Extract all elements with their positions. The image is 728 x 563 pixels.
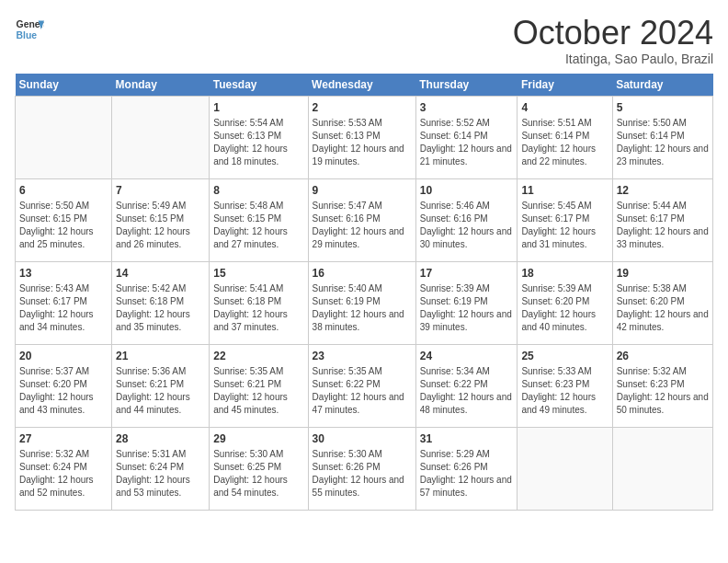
week-row-4: 20Sunrise: 5:37 AM Sunset: 6:20 PM Dayli… bbox=[16, 344, 713, 427]
day-number: 6 bbox=[19, 183, 108, 199]
day-info: Sunrise: 5:49 AM Sunset: 6:15 PM Dayligh… bbox=[116, 200, 205, 251]
header-cell-monday: Monday bbox=[112, 74, 210, 97]
day-cell bbox=[518, 427, 612, 510]
day-info: Sunrise: 5:54 AM Sunset: 6:13 PM Dayligh… bbox=[213, 117, 303, 168]
day-number: 17 bbox=[420, 266, 514, 282]
day-cell: 2Sunrise: 5:53 AM Sunset: 6:13 PM Daylig… bbox=[308, 96, 415, 178]
day-cell: 6Sunrise: 5:50 AM Sunset: 6:15 PM Daylig… bbox=[16, 178, 112, 261]
day-number: 28 bbox=[116, 431, 205, 447]
week-row-2: 6Sunrise: 5:50 AM Sunset: 6:15 PM Daylig… bbox=[16, 178, 713, 261]
day-info: Sunrise: 5:34 AM Sunset: 6:22 PM Dayligh… bbox=[420, 365, 514, 417]
day-number: 21 bbox=[116, 349, 205, 364]
title-block: October 2024 Itatinga, Sao Paulo, Brazil bbox=[513, 15, 713, 66]
day-number: 3 bbox=[420, 100, 514, 116]
day-info: Sunrise: 5:53 AM Sunset: 6:13 PM Dayligh… bbox=[313, 117, 412, 168]
day-number: 20 bbox=[19, 349, 108, 364]
calendar-body: 1Sunrise: 5:54 AM Sunset: 6:13 PM Daylig… bbox=[16, 96, 713, 510]
day-number: 15 bbox=[213, 266, 303, 282]
day-number: 9 bbox=[313, 183, 412, 199]
logo-icon: General Blue bbox=[15, 15, 44, 44]
day-cell: 22Sunrise: 5:35 AM Sunset: 6:21 PM Dayli… bbox=[210, 344, 308, 427]
day-info: Sunrise: 5:35 AM Sunset: 6:21 PM Dayligh… bbox=[213, 365, 303, 417]
day-number: 31 bbox=[420, 431, 514, 447]
page-header: General Blue October 2024 Itatinga, Sao … bbox=[15, 15, 713, 66]
day-info: Sunrise: 5:48 AM Sunset: 6:15 PM Dayligh… bbox=[213, 200, 303, 251]
day-cell: 5Sunrise: 5:50 AM Sunset: 6:14 PM Daylig… bbox=[612, 96, 712, 178]
day-info: Sunrise: 5:41 AM Sunset: 6:18 PM Dayligh… bbox=[213, 282, 303, 334]
day-cell: 19Sunrise: 5:38 AM Sunset: 6:20 PM Dayli… bbox=[612, 261, 712, 344]
day-number: 10 bbox=[420, 183, 514, 199]
day-info: Sunrise: 5:44 AM Sunset: 6:17 PM Dayligh… bbox=[617, 200, 709, 251]
day-cell: 17Sunrise: 5:39 AM Sunset: 6:19 PM Dayli… bbox=[415, 261, 518, 344]
day-cell: 24Sunrise: 5:34 AM Sunset: 6:22 PM Dayli… bbox=[415, 344, 518, 427]
day-number: 4 bbox=[521, 100, 608, 116]
day-cell: 20Sunrise: 5:37 AM Sunset: 6:20 PM Dayli… bbox=[16, 344, 112, 427]
week-row-1: 1Sunrise: 5:54 AM Sunset: 6:13 PM Daylig… bbox=[16, 96, 713, 178]
day-number: 7 bbox=[116, 183, 205, 199]
day-cell: 25Sunrise: 5:33 AM Sunset: 6:23 PM Dayli… bbox=[518, 344, 612, 427]
day-info: Sunrise: 5:50 AM Sunset: 6:15 PM Dayligh… bbox=[19, 200, 108, 251]
day-cell: 29Sunrise: 5:30 AM Sunset: 6:25 PM Dayli… bbox=[210, 427, 308, 510]
day-number: 18 bbox=[521, 266, 608, 282]
day-cell: 28Sunrise: 5:31 AM Sunset: 6:24 PM Dayli… bbox=[112, 427, 210, 510]
day-info: Sunrise: 5:40 AM Sunset: 6:19 PM Dayligh… bbox=[313, 282, 412, 334]
day-cell bbox=[16, 96, 112, 178]
header-cell-wednesday: Wednesday bbox=[308, 74, 415, 97]
day-info: Sunrise: 5:39 AM Sunset: 6:20 PM Dayligh… bbox=[521, 282, 608, 334]
header-cell-friday: Friday bbox=[518, 74, 612, 97]
day-number: 26 bbox=[617, 349, 709, 364]
location-subtitle: Itatinga, Sao Paulo, Brazil bbox=[513, 52, 713, 66]
day-cell bbox=[112, 96, 210, 178]
day-number: 22 bbox=[213, 349, 303, 364]
day-number: 14 bbox=[116, 266, 205, 282]
day-number: 11 bbox=[521, 183, 608, 199]
day-number: 24 bbox=[420, 349, 514, 364]
day-info: Sunrise: 5:32 AM Sunset: 6:23 PM Dayligh… bbox=[617, 365, 709, 417]
day-cell: 15Sunrise: 5:41 AM Sunset: 6:18 PM Dayli… bbox=[210, 261, 308, 344]
day-info: Sunrise: 5:52 AM Sunset: 6:14 PM Dayligh… bbox=[420, 117, 514, 168]
day-number: 19 bbox=[617, 266, 709, 282]
day-info: Sunrise: 5:50 AM Sunset: 6:14 PM Dayligh… bbox=[617, 117, 709, 168]
day-info: Sunrise: 5:42 AM Sunset: 6:18 PM Dayligh… bbox=[116, 282, 205, 334]
day-number: 30 bbox=[313, 431, 412, 447]
day-cell: 7Sunrise: 5:49 AM Sunset: 6:15 PM Daylig… bbox=[112, 178, 210, 261]
week-row-3: 13Sunrise: 5:43 AM Sunset: 6:17 PM Dayli… bbox=[16, 261, 713, 344]
header-cell-thursday: Thursday bbox=[415, 74, 518, 97]
week-row-5: 27Sunrise: 5:32 AM Sunset: 6:24 PM Dayli… bbox=[16, 427, 713, 510]
day-number: 5 bbox=[617, 100, 709, 116]
day-info: Sunrise: 5:45 AM Sunset: 6:17 PM Dayligh… bbox=[521, 200, 608, 251]
day-number: 23 bbox=[313, 349, 412, 364]
day-cell: 1Sunrise: 5:54 AM Sunset: 6:13 PM Daylig… bbox=[210, 96, 308, 178]
month-title: October 2024 bbox=[513, 15, 713, 52]
day-number: 16 bbox=[313, 266, 412, 282]
day-number: 1 bbox=[213, 100, 303, 116]
day-cell: 14Sunrise: 5:42 AM Sunset: 6:18 PM Dayli… bbox=[112, 261, 210, 344]
day-info: Sunrise: 5:51 AM Sunset: 6:14 PM Dayligh… bbox=[521, 117, 608, 168]
day-info: Sunrise: 5:35 AM Sunset: 6:22 PM Dayligh… bbox=[313, 365, 412, 417]
header-cell-tuesday: Tuesday bbox=[210, 74, 308, 97]
calendar-table: SundayMondayTuesdayWednesdayThursdayFrid… bbox=[15, 74, 713, 511]
day-cell: 30Sunrise: 5:30 AM Sunset: 6:26 PM Dayli… bbox=[308, 427, 415, 510]
day-cell: 10Sunrise: 5:46 AM Sunset: 6:16 PM Dayli… bbox=[415, 178, 518, 261]
day-info: Sunrise: 5:30 AM Sunset: 6:26 PM Dayligh… bbox=[313, 448, 412, 500]
day-cell bbox=[612, 427, 712, 510]
logo: General Blue bbox=[15, 15, 44, 44]
day-info: Sunrise: 5:39 AM Sunset: 6:19 PM Dayligh… bbox=[420, 282, 514, 334]
day-cell: 4Sunrise: 5:51 AM Sunset: 6:14 PM Daylig… bbox=[518, 96, 612, 178]
day-number: 29 bbox=[213, 431, 303, 447]
day-cell: 12Sunrise: 5:44 AM Sunset: 6:17 PM Dayli… bbox=[612, 178, 712, 261]
day-cell: 9Sunrise: 5:47 AM Sunset: 6:16 PM Daylig… bbox=[308, 178, 415, 261]
day-cell: 31Sunrise: 5:29 AM Sunset: 6:26 PM Dayli… bbox=[415, 427, 518, 510]
day-number: 12 bbox=[617, 183, 709, 199]
calendar-header: SundayMondayTuesdayWednesdayThursdayFrid… bbox=[16, 74, 713, 97]
day-cell: 3Sunrise: 5:52 AM Sunset: 6:14 PM Daylig… bbox=[415, 96, 518, 178]
day-cell: 16Sunrise: 5:40 AM Sunset: 6:19 PM Dayli… bbox=[308, 261, 415, 344]
svg-text:Blue: Blue bbox=[17, 30, 38, 40]
day-cell: 8Sunrise: 5:48 AM Sunset: 6:15 PM Daylig… bbox=[210, 178, 308, 261]
day-cell: 11Sunrise: 5:45 AM Sunset: 6:17 PM Dayli… bbox=[518, 178, 612, 261]
day-number: 2 bbox=[313, 100, 412, 116]
header-cell-sunday: Sunday bbox=[16, 74, 112, 97]
day-info: Sunrise: 5:37 AM Sunset: 6:20 PM Dayligh… bbox=[19, 365, 108, 417]
day-info: Sunrise: 5:31 AM Sunset: 6:24 PM Dayligh… bbox=[116, 448, 205, 500]
day-info: Sunrise: 5:29 AM Sunset: 6:26 PM Dayligh… bbox=[420, 448, 514, 500]
